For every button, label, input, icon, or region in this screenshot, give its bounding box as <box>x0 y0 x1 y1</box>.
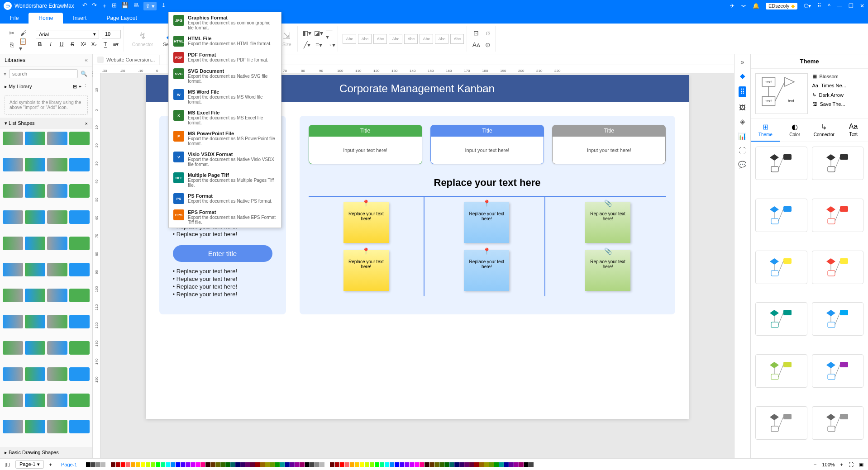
theme-thumb-8[interactable] <box>755 354 807 388</box>
color-swatch[interactable] <box>265 462 270 467</box>
shape-thumb[interactable] <box>3 210 23 224</box>
fill-icon[interactable]: ◧▾ <box>302 28 311 38</box>
export-graphics-format[interactable]: JPGGraphics FormatExport the document as… <box>169 12 281 33</box>
color-swatch[interactable] <box>230 462 235 467</box>
shape-thumb[interactable] <box>3 315 23 328</box>
export-eps-format[interactable]: EPSEPS FormatExport the document as Nati… <box>169 207 281 228</box>
color-swatch[interactable] <box>161 462 165 467</box>
shape-thumb[interactable] <box>47 263 67 276</box>
color-swatch[interactable] <box>260 462 265 467</box>
shape-thumb[interactable] <box>3 184 23 198</box>
shape-style-7[interactable]: Abc <box>435 34 448 44</box>
lib-add-icon[interactable]: + <box>79 84 81 89</box>
theme-thumb-5[interactable] <box>812 251 864 284</box>
title-pill[interactable]: Enter title <box>173 245 272 262</box>
zoom-in-icon[interactable]: + <box>840 462 843 467</box>
shape-thumb[interactable] <box>47 367 67 381</box>
shape-thumb[interactable] <box>47 341 67 355</box>
color-swatch[interactable] <box>235 462 240 467</box>
page-select[interactable]: Page-1 ▾ <box>15 460 44 469</box>
export-visio-vsdx-format[interactable]: VVisio VSDX FormatExport the document as… <box>169 149 281 170</box>
shape-thumb[interactable] <box>69 210 90 224</box>
shape-thumb[interactable] <box>3 367 23 381</box>
color-swatch[interactable] <box>220 462 225 467</box>
color-swatch[interactable] <box>365 462 369 467</box>
color-swatch[interactable] <box>116 462 120 467</box>
theme-opt-3[interactable]: 🖫Save The... <box>812 101 864 107</box>
color-swatch[interactable] <box>464 462 469 467</box>
menu-tab-insert[interactable]: Insert <box>63 13 96 24</box>
color-swatch[interactable] <box>285 462 290 467</box>
color-swatch[interactable] <box>380 462 384 467</box>
shape-thumb[interactable] <box>25 210 45 224</box>
shape-thumb[interactable] <box>47 289 67 302</box>
right-tab-color[interactable]: ◐Color <box>780 119 810 142</box>
color-swatch[interactable] <box>429 462 434 467</box>
color-swatch[interactable] <box>131 462 135 467</box>
page-layout-icon[interactable]: ▯▯ <box>5 461 10 467</box>
collapse-left-icon[interactable]: « <box>85 57 88 63</box>
color-swatch[interactable] <box>499 462 504 467</box>
shape-thumb[interactable] <box>25 237 45 250</box>
sticky-note-yellow[interactable]: 📍Replace your text here! <box>343 202 389 243</box>
sticky-note-blue[interactable]: 📍Replace your text here! <box>464 250 509 291</box>
minimize-icon[interactable]: — <box>837 3 842 9</box>
strike-button[interactable]: S <box>68 41 76 47</box>
kanban-card-green[interactable]: TitleInput your text here! <box>309 125 422 164</box>
my-library-section[interactable]: ▸ My Library⊞ + ⋮ <box>0 81 92 92</box>
line-icon[interactable]: ╱▾ <box>302 40 311 49</box>
find-icon[interactable]: ⊡ <box>472 28 481 38</box>
paste-icon[interactable]: 📋▾ <box>19 40 28 49</box>
replace-icon[interactable]: ⊙ <box>483 40 492 49</box>
shape-thumb[interactable] <box>47 210 67 224</box>
color-swatch[interactable] <box>156 462 160 467</box>
user-badge[interactable]: EDszeoly◆ <box>766 3 797 9</box>
color-swatch[interactable] <box>280 462 285 467</box>
bell-icon[interactable]: 🔔 <box>753 3 759 9</box>
doc-tab[interactable]: Website Conversion... <box>93 55 160 65</box>
color-swatch[interactable] <box>240 462 245 467</box>
color-swatch[interactable] <box>420 462 424 467</box>
subscript-button[interactable]: X₂ <box>90 41 98 47</box>
connector-tool[interactable]: ↯Connector <box>129 29 157 48</box>
search-input[interactable] <box>9 69 78 78</box>
copy-icon[interactable]: ⎘ <box>7 40 16 49</box>
image-rail-icon[interactable]: 🖼 <box>739 104 746 111</box>
color-swatch[interactable] <box>529 462 534 467</box>
color-swatch[interactable] <box>335 462 339 467</box>
bullets-button[interactable]: ≡▾ <box>112 41 120 47</box>
color-swatch[interactable] <box>151 462 155 467</box>
gift-icon[interactable]: ⬡▾ <box>804 3 811 9</box>
color-swatch[interactable] <box>96 462 100 467</box>
shape-thumb[interactable] <box>69 420 90 433</box>
close-icon[interactable]: ✕ <box>860 3 864 9</box>
shape-style-2[interactable]: Abc <box>358 34 372 44</box>
shape-thumb[interactable] <box>47 132 67 145</box>
shape-style-3[interactable]: Abc <box>373 34 387 44</box>
export-ps-format[interactable]: PSPS FormatExport the document as Native… <box>169 190 281 207</box>
theme-thumb-3[interactable] <box>812 199 864 232</box>
color-swatch[interactable] <box>345 462 349 467</box>
theme-thumb-2[interactable] <box>755 199 807 232</box>
color-swatch[interactable] <box>250 462 255 467</box>
shape-thumb[interactable] <box>25 420 45 433</box>
focus-rail-icon[interactable]: ⛶ <box>739 147 746 154</box>
shape-thumb[interactable] <box>3 263 23 276</box>
ribbon-collapse-icon[interactable]: ^ <box>828 3 830 9</box>
zoom-level[interactable]: 100% <box>822 462 835 467</box>
color-swatch[interactable] <box>400 462 404 467</box>
fit-icon[interactable]: ⛶ <box>849 462 854 467</box>
color-swatch[interactable] <box>300 462 305 467</box>
export-ms-excel-file[interactable]: XMS Excel FileExport the document as MS … <box>169 107 281 128</box>
lib-more-icon[interactable]: ⋮ <box>83 84 88 89</box>
color-swatch[interactable] <box>459 462 464 467</box>
menu-tab-page-layout[interactable]: Page Layout <box>96 13 147 24</box>
font-size-select[interactable]: 10 <box>102 30 121 38</box>
shape-style-6[interactable]: Abc <box>420 34 433 44</box>
shape-thumb[interactable] <box>69 158 90 171</box>
search-dropdown-icon[interactable]: ▾ <box>4 71 6 77</box>
color-swatch[interactable] <box>176 462 180 467</box>
sticky-note-green[interactable]: 📎Replace your text here! <box>585 202 630 243</box>
comment-rail-icon[interactable]: 💬 <box>738 161 747 169</box>
color-swatch[interactable] <box>205 462 210 467</box>
